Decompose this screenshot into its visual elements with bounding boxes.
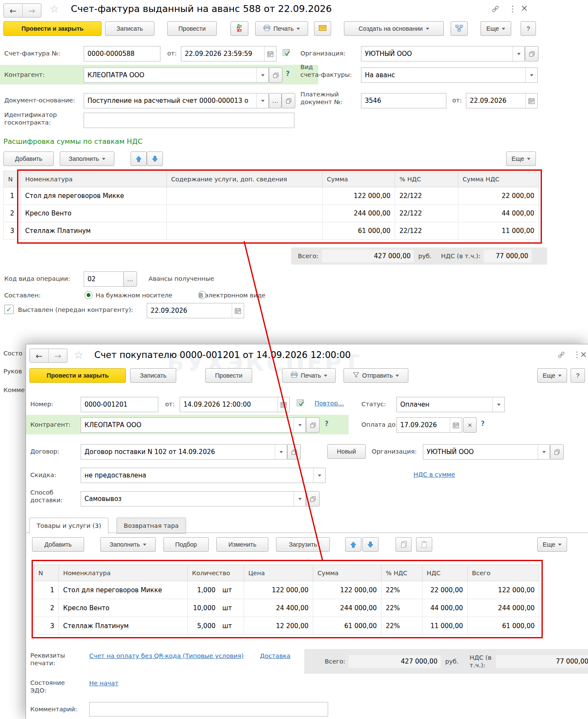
- comment-field[interactable]: [89, 702, 328, 716]
- op-code-choose-button[interactable]: ...: [123, 271, 137, 287]
- chevron-down-icon[interactable]: [512, 47, 524, 61]
- help-button[interactable]: ?: [521, 21, 536, 36]
- repeat-link[interactable]: Повтор…: [314, 400, 344, 407]
- table-row[interactable]: 3 Стеллаж Платинум 61 000,00 22/122 11 0…: [4, 222, 539, 240]
- calendar-icon[interactable]: [264, 47, 276, 61]
- delivery-link[interactable]: Доставка: [260, 652, 291, 659]
- help-button[interactable]: ?: [571, 368, 585, 383]
- link-icon[interactable]: [558, 351, 565, 360]
- edo-status-link[interactable]: Не начат: [89, 680, 119, 687]
- status-field[interactable]: Оплачен: [396, 397, 505, 412]
- paste-button[interactable]: [416, 537, 432, 552]
- more-button[interactable]: Еще: [480, 21, 511, 36]
- table-more-button[interactable]: Еще: [506, 151, 536, 166]
- post-and-close-button[interactable]: Провести и закрыть: [29, 368, 126, 383]
- vat-in-sum-link[interactable]: НДС в сумме: [413, 471, 455, 478]
- base-document-field[interactable]: Поступление на расчетный счет 0000-00001…: [84, 93, 269, 108]
- chevron-down-icon[interactable]: [294, 418, 306, 432]
- counterparty-field[interactable]: КЛЕОПАТРА ООО: [84, 67, 269, 83]
- table-row[interactable]: 1 Стол для переговоров Микке 1,000шт 122…: [34, 581, 539, 599]
- delivery-method-open-button[interactable]: [306, 491, 320, 507]
- issued-date-field[interactable]: 22.09.2026: [147, 303, 244, 318]
- delivery-method-field[interactable]: Самовывоз: [81, 491, 306, 507]
- col-n[interactable]: N: [34, 565, 59, 581]
- move-up-button[interactable]: [131, 151, 147, 166]
- counterparty-help-icon[interactable]: ?: [325, 420, 329, 428]
- print-button[interactable]: Печать: [255, 21, 308, 36]
- print-form-link[interactable]: Счет на оплату без QR-кода (Типовые усло…: [89, 652, 251, 660]
- favorite-star-icon[interactable]: ☆: [49, 3, 59, 15]
- calendar-icon[interactable]: [450, 418, 462, 432]
- col-vat-sum[interactable]: Сумма НДС: [458, 171, 539, 187]
- invoice-date-field[interactable]: 22.09.2026 23:59:59: [181, 46, 277, 61]
- document-structure-button[interactable]: [451, 21, 468, 36]
- op-code-field[interactable]: 02: [84, 271, 124, 287]
- save-button[interactable]: Записать: [130, 368, 176, 383]
- pay-until-field[interactable]: 17.09.2026: [396, 417, 462, 433]
- table-row[interactable]: 3 Стеллаж Платинум 5,000шт 12 200,00 61 …: [34, 617, 539, 635]
- pay-until-clear-button[interactable]: ×: [463, 417, 477, 433]
- fill-button[interactable]: Заполнить: [60, 151, 114, 166]
- calendar-icon[interactable]: [232, 303, 244, 318]
- counterparty-open-button[interactable]: [269, 67, 282, 83]
- print-button[interactable]: Печать: [282, 368, 336, 383]
- organization-open-button[interactable]: [550, 444, 564, 460]
- counterparty-open-button[interactable]: [306, 417, 320, 433]
- organization-open-button[interactable]: [525, 46, 539, 61]
- chevron-down-icon[interactable]: [294, 492, 306, 506]
- move-down-button[interactable]: [362, 537, 378, 552]
- contract-field[interactable]: Договор поставки N 102 от 14.09.2026: [81, 444, 287, 460]
- new-contract-button[interactable]: Новый: [327, 444, 366, 459]
- radio-paper[interactable]: [84, 291, 93, 299]
- col-item[interactable]: Номенклатура: [21, 171, 167, 187]
- issued-checkbox[interactable]: ✓: [4, 305, 14, 314]
- chevron-down-icon[interactable]: [492, 397, 504, 412]
- date-field[interactable]: 14.09.2026 12:00:00: [180, 397, 290, 412]
- create-based-on-button[interactable]: Создать на основании: [344, 21, 444, 36]
- gov-contract-field[interactable]: [84, 113, 294, 128]
- tab-returnable-packaging[interactable]: Возвратная тара: [116, 518, 186, 534]
- tab-goods-services[interactable]: Товары и услуги (3): [29, 518, 108, 534]
- invoice-kind-field[interactable]: На аванс: [361, 67, 538, 83]
- col-n[interactable]: N: [4, 171, 21, 187]
- pick-button[interactable]: Подбор: [163, 537, 209, 552]
- forward-button[interactable]: →: [49, 349, 67, 362]
- col-content[interactable]: Содержание услуги, доп. сведения: [167, 171, 323, 187]
- send-button[interactable]: Отправить: [343, 368, 408, 383]
- edit-button[interactable]: Изменить: [216, 537, 268, 552]
- dt-kt-button[interactable]: ДтКт: [230, 21, 248, 36]
- discount-field[interactable]: не предоставлена: [81, 468, 326, 483]
- move-up-button[interactable]: [345, 537, 361, 552]
- col-total[interactable]: Всего: [468, 565, 539, 581]
- col-qty[interactable]: Количество: [188, 565, 244, 581]
- forward-button[interactable]: →: [23, 4, 41, 17]
- table-row[interactable]: 2 Кресло Венто 10,000шт 24 400,00 244 00…: [34, 599, 539, 617]
- col-vat[interactable]: НДС: [422, 565, 468, 581]
- fill-button[interactable]: Заполнить: [100, 537, 156, 552]
- table-more-button[interactable]: Еще: [537, 537, 567, 552]
- chevron-down-icon[interactable]: [525, 68, 537, 82]
- col-sum[interactable]: Сумма: [313, 565, 381, 581]
- copy-button[interactable]: [396, 537, 412, 552]
- move-down-button[interactable]: [147, 151, 163, 166]
- back-button[interactable]: ←: [30, 349, 49, 362]
- load-button[interactable]: Загрузить: [276, 537, 330, 552]
- col-price[interactable]: Цена: [244, 565, 313, 581]
- col-sum[interactable]: Сумма: [323, 171, 395, 187]
- chevron-down-icon[interactable]: [538, 445, 550, 459]
- number-field[interactable]: 0000-001201: [81, 397, 158, 412]
- col-item[interactable]: Номенклатура: [59, 565, 188, 581]
- post-and-close-button[interactable]: Провести и закрыть: [3, 21, 102, 36]
- payment-doc-field[interactable]: 3546: [361, 93, 446, 108]
- add-row-button[interactable]: Добавить: [32, 537, 84, 552]
- payment-date-field[interactable]: 22.09.2026: [466, 93, 538, 108]
- counterparty-field[interactable]: КЛЕОПАТРА ООО: [81, 417, 306, 433]
- menu-dots-icon[interactable]: ⋮: [509, 4, 517, 13]
- chevron-down-icon[interactable]: [256, 68, 268, 82]
- organization-field[interactable]: УЮТНЫЙ ООО: [423, 444, 550, 460]
- chevron-down-icon[interactable]: [256, 93, 268, 108]
- organization-field[interactable]: УЮТНЫЙ ООО: [361, 46, 525, 61]
- base-document-open-button[interactable]: [282, 93, 295, 108]
- close-icon[interactable]: ×: [521, 3, 528, 13]
- send-email-button[interactable]: [314, 21, 331, 36]
